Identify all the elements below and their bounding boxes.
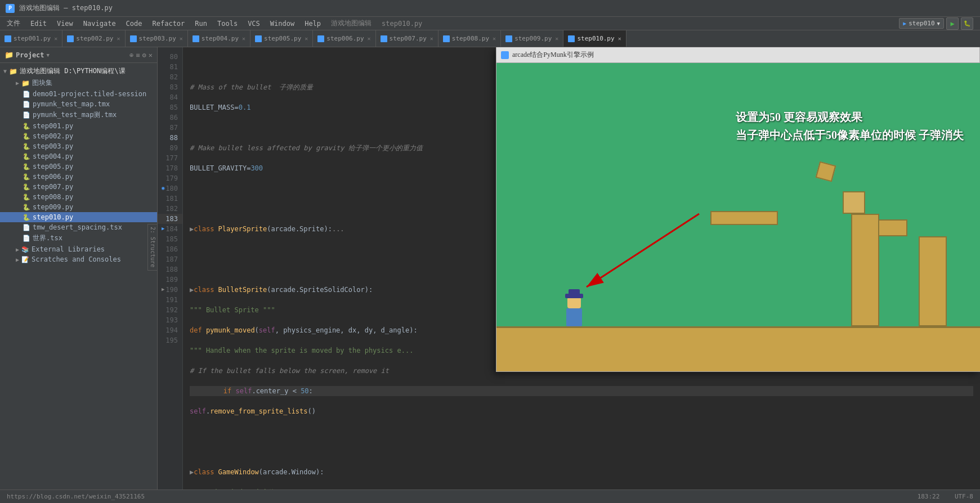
tree-root-item[interactable]: ▼ 📁 游戏地图编辑 D:\PYTHON编程\课 [0, 65, 157, 77]
line-86: 86 [158, 113, 182, 123]
tree-item-scratches[interactable]: ▶ 📝 Scratches and Consoles [0, 254, 157, 264]
red-arrow-annotation [542, 203, 722, 304]
py-file-icon: 🐍 [23, 173, 30, 181]
tree-item-step004[interactable]: 🐍 step004.py [0, 151, 157, 161]
tab-close-icon[interactable]: ✕ [54, 35, 57, 42]
py-file-icon: 🐍 [23, 143, 30, 150]
game-window-icon [501, 51, 509, 59]
code-line-188: """ Main Window 主窗体""" [190, 487, 973, 489]
close-sidebar-icon[interactable]: ✕ [149, 51, 153, 59]
tab-step006[interactable]: step006.py ✕ [313, 30, 375, 47]
menu-custom1[interactable]: 游戏地图编辑 [326, 17, 376, 29]
debug-button[interactable]: 🐛 [961, 17, 973, 30]
line-183: 183 [158, 214, 182, 224]
line-88: 88 [158, 133, 182, 143]
line-180: ◉180 [158, 183, 182, 194]
tab-label: step005.py [264, 35, 301, 42]
tab-step007[interactable]: step007.py ✕ [376, 30, 438, 47]
tab-label: step002.py [76, 35, 113, 42]
tree-item-step006[interactable]: 🐍 step006.py [0, 172, 157, 182]
tab-label: step001.py [14, 35, 51, 42]
tab-step008[interactable]: step008.py ✕ [438, 30, 501, 47]
tree-item-label: Scratches and Consoles [32, 255, 121, 263]
tab-close-icon[interactable]: ✕ [430, 35, 433, 42]
menu-custom2[interactable]: step010.py [377, 19, 427, 29]
menu-code[interactable]: Code [122, 19, 147, 29]
project-root-label: 游戏地图编辑 D:\PYTHON编程\课 [20, 66, 125, 76]
game-window-titlebar[interactable]: arcade结合PyMunk引擎示例 [496, 47, 979, 63]
tab-label: step006.py [326, 35, 364, 42]
title-bar: P 游戏地图编辑 – step010.py [0, 0, 980, 17]
menu-window[interactable]: Window [266, 19, 299, 29]
menu-help[interactable]: Help [300, 19, 325, 29]
tab-step002[interactable]: step002.py ✕ [62, 30, 125, 47]
tree-item-step003[interactable]: 🐍 step003.py [0, 141, 157, 151]
tree-item-tuokuaiji[interactable]: ▶ 📁 图块集 [0, 77, 157, 89]
tree-item-tmx2[interactable]: 📄 pymunk_test_map测.tmx [0, 109, 157, 121]
tab-step003[interactable]: step003.py ✕ [126, 30, 188, 47]
settings-icon[interactable]: ⚙ [142, 51, 146, 59]
menu-vcs[interactable]: VCS [243, 19, 265, 29]
tab-step009[interactable]: step009.py ✕ [501, 30, 563, 47]
tab-close-icon[interactable]: ✕ [555, 35, 558, 42]
tree-item-world-tsx[interactable]: 📄 世界.tsx [0, 232, 157, 244]
tree-item-tiled-session[interactable]: 📄 demo01-project.tiled-session [0, 89, 157, 99]
menu-tools[interactable]: Tools [213, 19, 242, 29]
tab-close-icon[interactable]: ✕ [493, 35, 496, 42]
run-config-dropdown[interactable]: ▶ step010 ▼ [899, 18, 944, 29]
ext-libs-icon: 📚 [21, 246, 29, 253]
tree-item-step002[interactable]: 🐍 step002.py [0, 131, 157, 141]
menu-navigate[interactable]: Navigate [79, 19, 120, 29]
tab-file-icon [67, 35, 74, 42]
menu-refactor[interactable]: Refactor [148, 19, 190, 29]
scratches-icon: 📝 [21, 256, 29, 263]
line-178: 178 [158, 163, 182, 173]
structure-tab[interactable]: 2: Structure [147, 224, 158, 270]
line-81: 81 [158, 62, 182, 72]
tab-close-icon[interactable]: ✕ [242, 35, 245, 42]
tab-file-icon [130, 35, 137, 42]
tab-close-icon[interactable]: ✕ [305, 35, 308, 42]
py-file-icon: 🐍 [23, 204, 30, 211]
tree-item-tmx1[interactable]: 📄 pymunk_test_map.tmx [0, 99, 157, 109]
line-89: 89 [158, 143, 182, 153]
tab-close-icon[interactable]: ✕ [368, 35, 371, 42]
tab-step001[interactable]: step001.py ✕ [0, 30, 62, 47]
tree-item-label: step005.py [33, 163, 73, 170]
tree-item-step005[interactable]: 🐍 step005.py [0, 161, 157, 172]
tree-item-label: pymunk_test_map.tmx [33, 100, 110, 108]
tab-step010[interactable]: step010.py ✕ [563, 30, 626, 47]
sidebar-title: Project [16, 51, 44, 59]
caret-icon: ▶ [16, 80, 19, 86]
tree-item-step001[interactable]: 🐍 step001.py [0, 121, 157, 131]
code-line-184: self.remove_from_sprite_lists() [190, 406, 973, 416]
tree-item-step008[interactable]: 🐍 step008.py [0, 192, 157, 202]
locate-file-icon[interactable]: ⊕ [129, 51, 133, 59]
dropdown-arrow-icon: ▼ [47, 52, 50, 58]
file-icon: 📄 [23, 101, 30, 108]
tab-step004[interactable]: step004.py ✕ [188, 30, 250, 47]
tab-close-icon[interactable]: ✕ [117, 35, 120, 42]
line-186: 186 [158, 244, 182, 254]
line-193: 193 [158, 315, 182, 325]
tab-close-icon[interactable]: ✕ [618, 35, 621, 42]
tree-item-label: step007.py [33, 183, 73, 191]
tree-item-tsx1[interactable]: 📄 tmw_desert_spacing.tsx [0, 222, 157, 232]
run-button[interactable]: ▶ [946, 17, 959, 30]
tree-item-step010[interactable]: 🐍 step010.py [0, 212, 157, 222]
menu-edit[interactable]: Edit [26, 19, 51, 29]
platform-center [710, 211, 778, 225]
menu-run[interactable]: Run [190, 19, 212, 29]
tab-close-icon[interactable]: ✕ [180, 35, 183, 42]
tree-item-step009[interactable]: 🐍 step009.py [0, 202, 157, 212]
folder-icon: 📁 [21, 79, 30, 87]
project-tree: ▼ 📁 游戏地图编辑 D:\PYTHON编程\课 ▶ 📁 图块集 📄 demo0… [0, 63, 157, 489]
collapse-icon[interactable]: ≡ [136, 51, 140, 59]
menu-view[interactable]: View [52, 19, 78, 29]
sidebar-panel: 📁 Project ▼ ⊕ ≡ ⚙ ✕ ▼ 📁 游戏地图编辑 D:\PYTHON… [0, 47, 158, 489]
code-line-183: if self.center_y < 50: [190, 386, 973, 396]
menu-file[interactable]: 文件 [2, 17, 25, 29]
tab-step005[interactable]: step005.py ✕ [250, 30, 313, 47]
tree-item-step007[interactable]: 🐍 step007.py [0, 182, 157, 192]
tree-item-ext-libs[interactable]: ▶ 📚 External Libraries [0, 244, 157, 254]
